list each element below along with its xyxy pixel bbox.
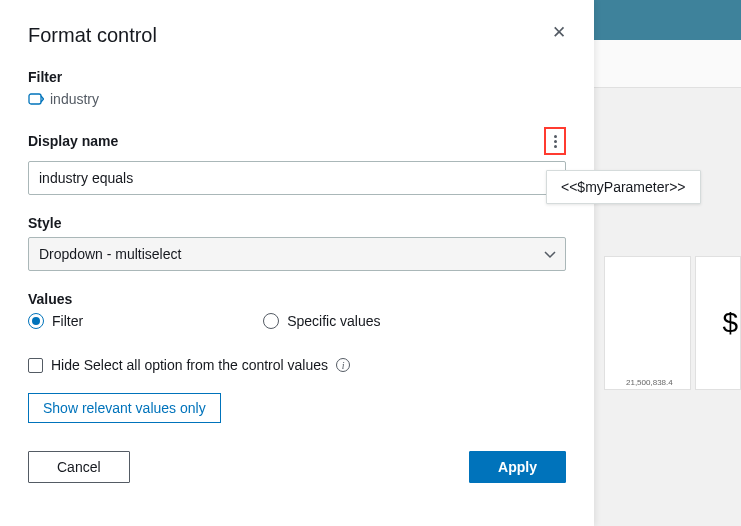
filter-label: Filter <box>28 69 566 85</box>
radio-filter[interactable]: Filter <box>28 313 83 329</box>
format-control-panel: Format control ✕ Filter industry Display… <box>0 0 594 526</box>
close-icon: ✕ <box>552 23 566 42</box>
style-select-value: Dropdown - multiselect <box>39 246 181 262</box>
display-name-label: Display name <box>28 133 118 149</box>
parameter-tooltip[interactable]: <<$myParameter>> <box>546 170 701 204</box>
style-label: Style <box>28 215 566 231</box>
style-select[interactable]: Dropdown - multiselect <box>28 237 566 271</box>
radio-specific-values[interactable]: Specific values <box>263 313 380 329</box>
more-options-button[interactable] <box>544 127 566 155</box>
bg-dollar: $ <box>695 256 741 390</box>
apply-button[interactable]: Apply <box>469 451 566 483</box>
radio-icon-unchecked <box>263 313 279 329</box>
radio-specific-label: Specific values <box>287 313 380 329</box>
checkbox-icon <box>28 358 43 373</box>
filter-value: industry <box>50 91 99 107</box>
radio-filter-label: Filter <box>52 313 83 329</box>
radio-icon-checked <box>28 313 44 329</box>
filter-tag-icon <box>28 93 44 105</box>
display-name-input[interactable] <box>28 161 566 195</box>
show-relevant-values-button[interactable]: Show relevant values only <box>28 393 221 423</box>
bg-value-label: 21,500,838.4 <box>626 378 673 387</box>
panel-title: Format control <box>28 24 157 47</box>
hide-select-all-checkbox[interactable]: Hide Select all option from the control … <box>28 357 566 373</box>
filter-chip[interactable]: industry <box>28 91 99 107</box>
cancel-button[interactable]: Cancel <box>28 451 130 483</box>
info-icon[interactable]: i <box>336 358 350 372</box>
more-vertical-icon <box>554 135 557 148</box>
close-button[interactable]: ✕ <box>552 24 566 41</box>
values-label: Values <box>28 291 566 307</box>
hide-select-all-label: Hide Select all option from the control … <box>51 357 328 373</box>
svg-rect-0 <box>29 94 41 104</box>
